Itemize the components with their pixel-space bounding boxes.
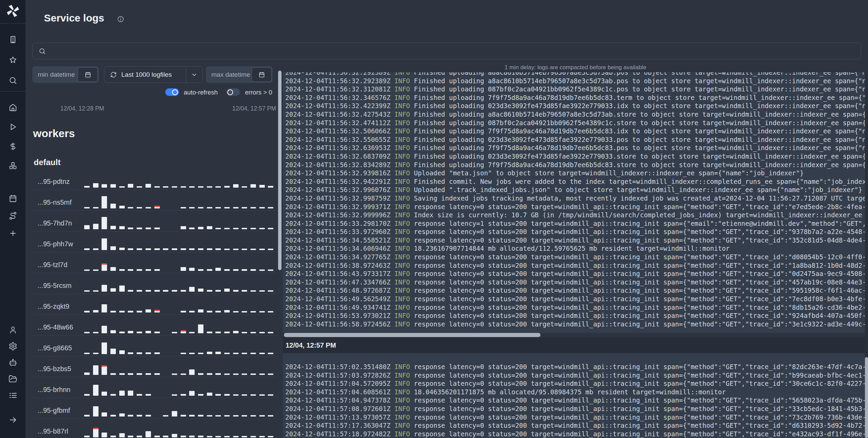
log-line: 2024-12-04T11:56:33.298170Z INFO respons… bbox=[285, 219, 868, 228]
log-line: 2024-12-04T11:56:32.999371Z INFO respons… bbox=[285, 203, 868, 211]
search-icon[interactable] bbox=[9, 76, 17, 85]
settings-icon[interactable] bbox=[9, 342, 17, 351]
log-line: 2024-12-04T11:56:32.998759Z INFO Saving … bbox=[285, 194, 868, 203]
log-line: 2024-12-04T11:56:48.972687Z INFO respons… bbox=[285, 286, 868, 295]
worker-row[interactable]: ...95-brhnn bbox=[32, 377, 277, 398]
auto-refresh-label: auto-refresh bbox=[184, 89, 218, 96]
play-icon[interactable] bbox=[9, 122, 17, 131]
log-line: 2024-12-04T11:56:32.939816Z INFO Uploade… bbox=[285, 169, 868, 177]
worker-activity-sparkline bbox=[84, 183, 277, 188]
range-start-label: 12/04, 12:28 PM bbox=[60, 105, 104, 112]
log-vscrollbar[interactable] bbox=[865, 357, 868, 438]
worker-name: ...95-gfbmf bbox=[37, 407, 70, 414]
log-line: 2024-12-04T11:57:02.351480Z INFO respons… bbox=[285, 363, 868, 371]
errors-toggle[interactable] bbox=[226, 88, 240, 96]
arrow-right-icon[interactable] bbox=[9, 415, 17, 424]
windmill-logo-icon[interactable] bbox=[6, 4, 20, 18]
list-icon[interactable] bbox=[9, 391, 17, 400]
workers-scrollbar[interactable] bbox=[278, 71, 281, 270]
bot-icon[interactable] bbox=[9, 358, 17, 367]
log-line: 2024-12-04T11:56:58.972456Z INFO respons… bbox=[285, 320, 868, 328]
log-line: 2024-12-04T11:56:47.334766Z INFO respons… bbox=[285, 278, 868, 287]
worker-row[interactable]: ...95-zqkt9 bbox=[32, 294, 277, 315]
auto-refresh-toggle[interactable] bbox=[165, 88, 179, 96]
route-icon[interactable] bbox=[9, 211, 17, 220]
log-line: 2024-12-04T11:56:32.683709Z INFO Finishe… bbox=[285, 152, 868, 161]
log-line: 2024-12-04T11:56:34.558521Z INFO respons… bbox=[285, 236, 868, 245]
log-section-1: 2024-12-04T11:56:32.292389Z INFO Finishe… bbox=[283, 72, 868, 333]
min-datetime-field bbox=[32, 66, 99, 83]
worker-activity-sparkline bbox=[84, 428, 277, 437]
worker-row[interactable]: ...95-b87rl bbox=[32, 419, 277, 438]
search-input[interactable] bbox=[51, 47, 856, 55]
worker-name: ...95-g8665 bbox=[37, 344, 72, 352]
log-line: 2024-12-04T11:56:32.996076Z INFO Uploade… bbox=[285, 186, 868, 194]
max-datetime-calendar-button[interactable] bbox=[252, 67, 272, 82]
worker-row[interactable]: ...95-phh7w bbox=[32, 232, 277, 252]
worker-name: ...95-b87rl bbox=[37, 427, 68, 435]
log-line: 2024-12-04T11:56:32.550655Z INFO Finishe… bbox=[285, 135, 868, 144]
workers-heading: workers bbox=[33, 127, 75, 140]
refresh-icon bbox=[110, 71, 117, 78]
log-section-header: 12/04, 12:57 PM bbox=[283, 337, 868, 353]
worker-name: ...95-bzbs5 bbox=[37, 365, 71, 373]
folder-open-icon[interactable] bbox=[9, 375, 17, 383]
worker-row[interactable]: ...95-g8665 bbox=[32, 336, 277, 356]
worker-activity-sparkline bbox=[84, 365, 277, 375]
worker-row[interactable]: ...95-7hd7n bbox=[32, 211, 277, 232]
worker-activity-sparkline bbox=[84, 385, 277, 396]
worker-row[interactable]: ...95-48w66 bbox=[32, 315, 277, 336]
building-icon[interactable] bbox=[9, 35, 17, 44]
log-line: 2024-12-04T11:56:32.346576Z INFO Finishe… bbox=[285, 93, 868, 102]
worker-name: ...95-48w66 bbox=[37, 323, 73, 331]
logfiles-select[interactable]: Last 1000 logfiles bbox=[104, 66, 203, 83]
worker-row[interactable]: ...95-5rcsm bbox=[32, 273, 277, 294]
star-icon[interactable] bbox=[9, 56, 17, 64]
worker-name: ...95-phh7w bbox=[37, 240, 73, 248]
worker-activity-sparkline bbox=[84, 285, 277, 292]
log-line: 2024-12-04T11:56:32.506066Z INFO Finishe… bbox=[285, 127, 868, 135]
dollar-sign-icon[interactable] bbox=[9, 142, 17, 151]
log-line: 2024-12-04T11:56:32.292389Z INFO Finishe… bbox=[285, 77, 868, 85]
min-datetime-calendar-button[interactable] bbox=[78, 67, 98, 82]
worker-activity-sparkline bbox=[84, 324, 277, 333]
search-bar bbox=[32, 43, 861, 59]
log-line: 2024-12-04T11:57:13.973057Z INFO respons… bbox=[285, 413, 868, 422]
calendar-icon[interactable] bbox=[9, 194, 17, 203]
worker-activity-sparkline bbox=[84, 263, 277, 271]
chevron-down-icon[interactable] bbox=[186, 71, 202, 78]
log-line: 2024-12-04T11:56:49.562549Z INFO respons… bbox=[285, 295, 868, 303]
search-icon bbox=[39, 47, 46, 55]
worker-row[interactable]: ...95-pdtnz bbox=[32, 169, 277, 190]
home-icon[interactable] bbox=[9, 103, 17, 112]
sidebar-divider bbox=[0, 91, 26, 91]
log-line: 2024-12-04T11:56:43.973317Z INFO respons… bbox=[285, 269, 868, 278]
worker-row[interactable]: ...95-gfbmf bbox=[32, 398, 277, 419]
worker-row[interactable]: ...95-ns5mf bbox=[32, 190, 277, 211]
worker-row[interactable]: ...95-tzl7d bbox=[32, 252, 277, 273]
log-line: 2024-12-04T11:56:34.927765Z INFO respons… bbox=[285, 253, 868, 261]
log-line: 2024-12-04T11:57:04.572095Z INFO respons… bbox=[285, 379, 868, 388]
boxes-icon[interactable] bbox=[9, 161, 17, 170]
worker-activity-sparkline bbox=[84, 406, 277, 417]
worker-name: ...95-5rcsm bbox=[37, 282, 72, 290]
log-line: 2024-12-04T11:56:32.999996Z INFO Index s… bbox=[285, 211, 868, 219]
info-icon[interactable] bbox=[117, 15, 124, 23]
log-hscrollbar[interactable] bbox=[284, 333, 540, 337]
plus-icon[interactable] bbox=[9, 229, 17, 238]
log-section-2: 2024-12-04T11:57:02.351480Z INFO respons… bbox=[283, 353, 868, 438]
log-line: 2024-12-04T11:57:18.972482Z INFO respons… bbox=[285, 430, 868, 438]
user-icon[interactable] bbox=[9, 325, 17, 334]
errors-label: errors > 0 bbox=[245, 89, 272, 96]
log-line: 2024-12-04T11:57:17.363047Z INFO respons… bbox=[285, 421, 868, 430]
log-line: 2024-12-04T11:57:03.972826Z INFO respons… bbox=[285, 371, 868, 380]
worker-activity-sparkline bbox=[84, 304, 277, 312]
log-line: 2024-12-04T11:56:38.972463Z INFO respons… bbox=[285, 261, 868, 270]
worker-row[interactable]: ...95-bzbs5 bbox=[32, 356, 277, 377]
log-line: 2024-12-04T11:56:32.427543Z INFO Finishe… bbox=[285, 110, 868, 119]
log-line: 2024-12-04T11:56:53.973021Z INFO respons… bbox=[285, 311, 868, 320]
worker-name: ...95-tzl7d bbox=[37, 261, 67, 269]
worker-list: ...95-pdtnz...95-ns5mf...95-7hd7n...95-p… bbox=[32, 169, 277, 438]
sidebar bbox=[0, 0, 26, 438]
log-line: 2024-12-04T11:56:34.606946Z INFO 18.2361… bbox=[285, 244, 868, 253]
